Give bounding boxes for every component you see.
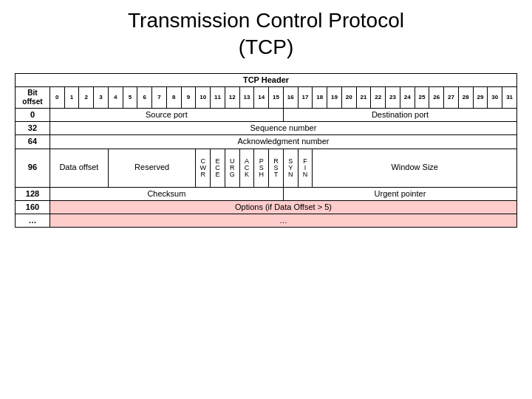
acknowledgment-number: Acknowledgment number xyxy=(50,135,516,149)
window-size: Window Size xyxy=(313,149,517,187)
options: Options (if Data Offset > 5) xyxy=(50,200,516,214)
bit-9: 9 xyxy=(181,86,196,108)
flag-fin: FIN xyxy=(298,149,313,187)
offset-0: 0 xyxy=(16,108,50,121)
flag-syn: SYN xyxy=(283,149,298,187)
flag-urg: URG xyxy=(225,149,239,187)
destination-port: Destination port xyxy=(283,108,516,121)
offset-32: 32 xyxy=(16,122,50,135)
data-offset: Data offset xyxy=(50,149,108,187)
section-header-row: TCP Header xyxy=(16,73,517,86)
flag-ack: ACK xyxy=(239,149,254,187)
row-96: 96 Data offset Reserved CWR ECE xyxy=(16,149,517,187)
bit-2: 2 xyxy=(79,86,94,108)
page: Transmission Control Protocol(TCP) TCP H… xyxy=(0,0,532,399)
row-64: 64 Acknowledgment number xyxy=(16,135,517,149)
bit-29: 29 xyxy=(473,86,488,108)
tcp-header-table: TCP Header Bit offset 0 1 2 3 4 5 6 7 8 … xyxy=(15,73,517,228)
bit-8: 8 xyxy=(166,86,181,108)
reserved: Reserved xyxy=(108,149,196,187)
bit-3: 3 xyxy=(94,86,109,108)
bit-10: 10 xyxy=(196,86,211,108)
sequence-number: Sequence number xyxy=(50,122,516,135)
bit-7: 7 xyxy=(152,86,167,108)
bit-20: 20 xyxy=(341,86,356,108)
table-wrapper: TCP Header Bit offset 0 1 2 3 4 5 6 7 8 … xyxy=(15,73,517,228)
section-header-cell: TCP Header xyxy=(16,73,517,86)
offset-ellipsis: … xyxy=(16,214,50,227)
bit-16: 16 xyxy=(283,86,298,108)
checksum: Checksum xyxy=(50,187,283,200)
bit-11: 11 xyxy=(211,86,225,108)
bit-12: 12 xyxy=(225,86,239,108)
bit-30: 30 xyxy=(488,86,502,108)
bit-27: 27 xyxy=(444,86,459,108)
bit-17: 17 xyxy=(298,86,313,108)
urgent-pointer: Urgent pointer xyxy=(283,187,516,200)
flag-rst: RST xyxy=(269,149,284,187)
row-32: 32 Sequence number xyxy=(16,122,517,135)
bit-6: 6 xyxy=(137,86,152,108)
row-128: 128 Checksum Urgent pointer xyxy=(16,187,517,200)
bit-1: 1 xyxy=(64,86,79,108)
row-0: 0 Source port Destination port xyxy=(16,108,517,121)
bit-31: 31 xyxy=(502,86,517,108)
source-port: Source port xyxy=(50,108,283,121)
bit-25: 25 xyxy=(415,86,429,108)
bit-24: 24 xyxy=(400,86,415,108)
bit-22: 22 xyxy=(371,86,386,108)
bit-13: 13 xyxy=(239,86,254,108)
page-title: Transmission Control Protocol(TCP) xyxy=(128,7,404,61)
row-160: 160 Options (if Data Offset > 5) xyxy=(16,200,517,214)
bit-18: 18 xyxy=(313,86,327,108)
bit-0: 0 xyxy=(50,86,64,108)
bit-offset-label: Bit offset xyxy=(16,86,50,108)
bit-14: 14 xyxy=(254,86,269,108)
flag-cwr: CWR xyxy=(196,149,211,187)
offset-96: 96 xyxy=(16,149,50,187)
offset-160: 160 xyxy=(16,200,50,214)
offset-128: 128 xyxy=(16,187,50,200)
row-ellipsis: … … xyxy=(16,214,517,227)
flag-ece: ECE xyxy=(211,149,225,187)
bit-23: 23 xyxy=(386,86,400,108)
bit-5: 5 xyxy=(123,86,137,108)
bit-offset-header-row: Bit offset 0 1 2 3 4 5 6 7 8 9 10 11 12 … xyxy=(16,86,517,108)
bit-15: 15 xyxy=(269,86,284,108)
offset-64: 64 xyxy=(16,135,50,149)
flag-psh: PSH xyxy=(254,149,269,187)
bit-21: 21 xyxy=(356,86,371,108)
options-continuation: … xyxy=(50,214,516,227)
bit-4: 4 xyxy=(108,86,123,108)
bit-19: 19 xyxy=(327,86,342,108)
bit-28: 28 xyxy=(458,86,473,108)
bit-26: 26 xyxy=(429,86,444,108)
